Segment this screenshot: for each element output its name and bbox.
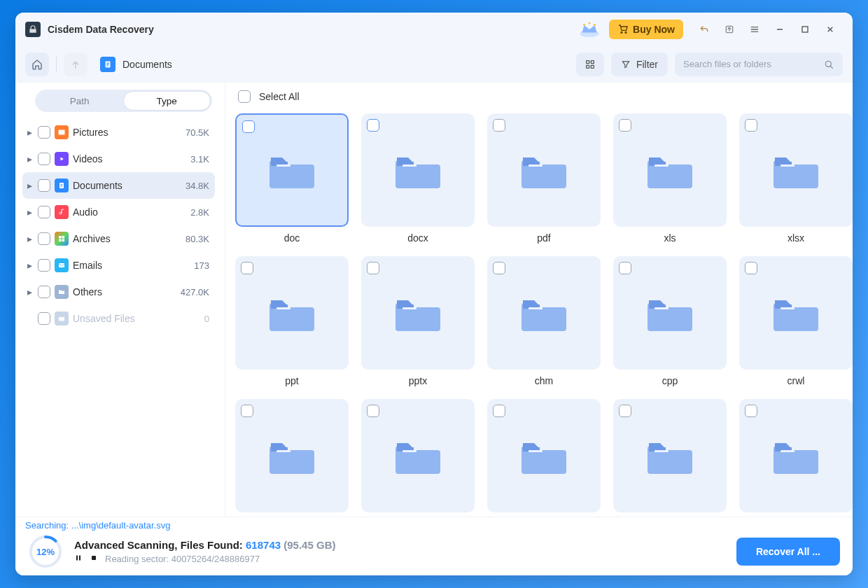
folder-checkbox[interactable] xyxy=(745,119,757,132)
chevron-right-icon: ▸ xyxy=(25,233,34,244)
sidebar-item-archives[interactable]: ▸ Archives 80.3K xyxy=(22,225,215,252)
select-all-checkbox[interactable] xyxy=(238,90,251,103)
svg-rect-29 xyxy=(402,307,416,309)
sidebar-item-documents[interactable]: ▸ Documents 34.8K xyxy=(22,172,215,199)
folder-card[interactable] xyxy=(739,399,853,517)
main-panel: Select All doc docx pdf xls xlsx xyxy=(225,83,853,517)
folder-checkbox[interactable] xyxy=(745,405,757,417)
close-button[interactable] xyxy=(818,17,843,42)
folder-card[interactable]: pdf xyxy=(487,113,601,244)
app-title: Cisdem Data Recovery xyxy=(48,24,154,35)
music-icon xyxy=(55,205,69,219)
minimize-button[interactable] xyxy=(767,17,792,42)
folder-checkbox[interactable] xyxy=(242,120,255,133)
folder-icon xyxy=(774,150,818,190)
svg-rect-20 xyxy=(59,263,64,267)
stop-button[interactable] xyxy=(90,554,98,564)
premium-crown-icon[interactable] xyxy=(577,20,602,39)
folder-card[interactable]: chm xyxy=(487,256,601,386)
folder-thumb[interactable] xyxy=(487,399,601,512)
folder-thumb[interactable] xyxy=(739,399,853,512)
export-icon[interactable] xyxy=(717,17,742,42)
folder-card[interactable]: crwl xyxy=(739,256,853,386)
folder-thumb[interactable] xyxy=(235,399,349,512)
folder-thumb[interactable] xyxy=(235,256,349,370)
search-box[interactable] xyxy=(675,52,843,76)
category-checkbox[interactable] xyxy=(38,259,50,272)
svg-point-3 xyxy=(589,22,591,24)
folder-thumb[interactable] xyxy=(487,113,601,227)
svg-rect-37 xyxy=(780,450,794,452)
category-checkbox[interactable] xyxy=(38,206,50,218)
folder-checkbox[interactable] xyxy=(367,405,379,417)
category-checkbox[interactable] xyxy=(38,153,50,165)
tab-type[interactable]: Type xyxy=(123,91,211,111)
recover-all-button[interactable]: Recover All ... xyxy=(736,538,840,566)
grid-scroll[interactable]: doc docx pdf xls xlsx ppt pptx xyxy=(225,111,853,517)
category-checkbox[interactable] xyxy=(38,179,50,192)
category-label: Others xyxy=(73,286,176,298)
category-label: Pictures xyxy=(73,127,181,138)
sidebar-item-others[interactable]: ▸ Others 427.0K xyxy=(22,279,215,305)
folder-card[interactable]: doc xyxy=(235,113,349,244)
folder-card[interactable]: xlsx xyxy=(739,113,853,244)
folder-card[interactable]: docx xyxy=(361,113,475,244)
folder-thumb[interactable] xyxy=(361,256,475,370)
tab-path[interactable]: Path xyxy=(36,91,123,111)
folder-card[interactable] xyxy=(235,399,349,517)
view-grid-button[interactable] xyxy=(576,52,604,76)
folder-card[interactable] xyxy=(361,399,475,517)
menu-icon[interactable] xyxy=(742,17,767,42)
folder-thumb[interactable] xyxy=(361,113,475,227)
folder-thumb[interactable] xyxy=(613,113,727,227)
svg-rect-30 xyxy=(528,307,542,309)
category-checkbox[interactable] xyxy=(38,126,50,139)
folder-thumb[interactable] xyxy=(739,113,853,227)
folder-checkbox[interactable] xyxy=(619,262,631,274)
folder-thumb[interactable] xyxy=(361,399,475,512)
folder-card[interactable]: xls xyxy=(613,113,727,244)
folder-checkbox[interactable] xyxy=(619,405,631,417)
folder-checkbox[interactable] xyxy=(745,262,757,274)
folder-checkbox[interactable] xyxy=(493,119,505,132)
select-all-row[interactable]: Select All xyxy=(225,83,853,111)
breadcrumb-label: Documents xyxy=(122,59,172,70)
pause-button[interactable] xyxy=(74,554,83,564)
current-file-prefix: Searching: xyxy=(25,520,71,531)
folder-card[interactable]: ppt xyxy=(235,256,349,386)
category-checkbox[interactable] xyxy=(38,312,50,325)
folder-thumb[interactable] xyxy=(613,256,727,370)
folder-thumb[interactable] xyxy=(613,399,727,512)
undo-icon[interactable] xyxy=(692,17,717,42)
folder-checkbox[interactable] xyxy=(367,119,379,132)
content-body: Path Type ▸ Pictures 70.5K ▸ Videos 3.1K… xyxy=(15,83,853,517)
folder-card[interactable] xyxy=(613,399,727,517)
home-button[interactable] xyxy=(25,52,49,76)
folder-label: pptx xyxy=(409,375,427,386)
folder-checkbox[interactable] xyxy=(241,405,253,417)
folder-card[interactable]: cpp xyxy=(613,256,727,386)
sidebar-item-emails[interactable]: ▸ Emails 173 xyxy=(22,252,215,279)
sidebar-item-audio[interactable]: ▸ Audio 2.8K xyxy=(22,199,215,225)
buy-now-button[interactable]: Buy Now xyxy=(609,20,683,39)
folder-checkbox[interactable] xyxy=(241,262,253,274)
folder-checkbox[interactable] xyxy=(493,262,505,274)
folder-thumb[interactable] xyxy=(487,256,601,370)
folder-card[interactable] xyxy=(487,399,601,517)
folder-card[interactable]: pptx xyxy=(361,256,475,386)
maximize-button[interactable] xyxy=(792,17,818,42)
folder-thumb[interactable] xyxy=(235,113,349,227)
svg-rect-36 xyxy=(654,450,668,452)
category-checkbox[interactable] xyxy=(38,232,50,245)
sidebar-tabs: Path Type xyxy=(35,90,212,112)
search-input[interactable] xyxy=(683,59,818,69)
folder-label: cpp xyxy=(662,375,678,386)
sidebar-item-pictures[interactable]: ▸ Pictures 70.5K xyxy=(22,119,215,146)
folder-checkbox[interactable] xyxy=(619,119,631,132)
folder-checkbox[interactable] xyxy=(367,262,379,274)
folder-checkbox[interactable] xyxy=(493,405,505,417)
filter-button[interactable]: Filter xyxy=(611,52,668,76)
folder-thumb[interactable] xyxy=(739,256,853,370)
sidebar-item-videos[interactable]: ▸ Videos 3.1K xyxy=(22,146,215,172)
category-checkbox[interactable] xyxy=(38,286,50,298)
